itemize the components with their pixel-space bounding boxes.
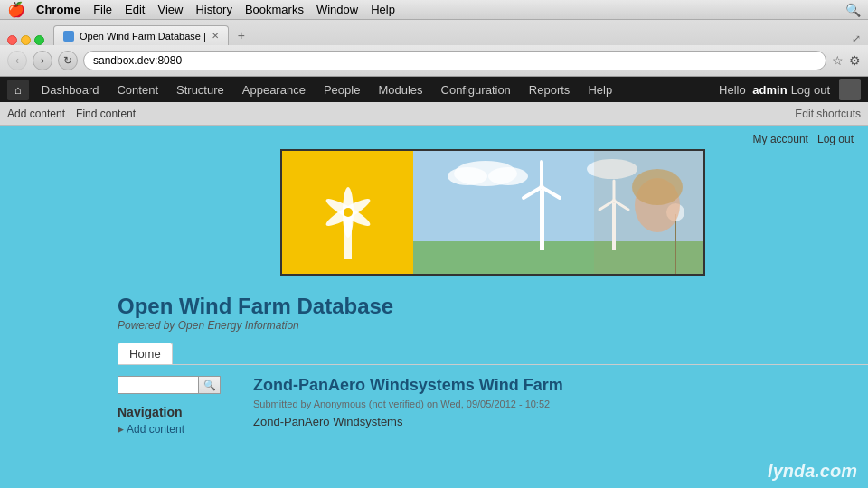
admin-help[interactable]: Help: [579, 80, 621, 100]
mac-menu-chrome[interactable]: Chrome: [36, 3, 80, 16]
my-account-link[interactable]: My account: [753, 133, 808, 145]
admin-home-btn[interactable]: ⌂: [7, 80, 29, 100]
admin-user-icon[interactable]: [839, 79, 861, 100]
nav-tab-bar: Home: [118, 343, 868, 365]
sidebar: 🔍 Navigation Add content: [118, 376, 235, 436]
mac-menu-history[interactable]: History: [195, 3, 231, 16]
lynda-watermark: lynda.com: [768, 461, 857, 482]
banner-photo: [413, 151, 703, 276]
home-tab[interactable]: Home: [118, 343, 173, 364]
mac-menu-file[interactable]: File: [93, 3, 112, 16]
apple-menu[interactable]: 🍎: [7, 1, 25, 18]
mac-menu-window[interactable]: Window: [316, 3, 358, 16]
browser-nav-bar: ‹ › ↻ sandbox.dev:8080 ☆ ⚙: [0, 45, 868, 76]
admin-name[interactable]: admin: [752, 83, 787, 97]
search-box: 🔍: [118, 376, 235, 394]
site-top-links: My account Log out: [0, 126, 868, 149]
site-subtitle: Powered by Open Energy Information: [118, 319, 868, 332]
tab-close-btn[interactable]: ✕: [212, 31, 219, 41]
banner-container: [280, 149, 705, 276]
banner-photo-svg: [413, 151, 703, 276]
site-nav: Home: [0, 335, 868, 365]
address-bar[interactable]: sandbox.dev:8080: [83, 51, 826, 70]
admin-dashboard[interactable]: Dashboard: [33, 80, 108, 100]
mac-menu-view[interactable]: View: [157, 3, 183, 16]
url-text: sandbox.dev:8080: [93, 54, 182, 67]
content-text: Zond-PanAero Windsystems: [253, 415, 868, 428]
content-title: Zond-PanAero Windsystems Wind Farm: [253, 376, 868, 395]
search-input[interactable]: [118, 376, 199, 394]
svg-point-5: [344, 208, 353, 217]
site-title: Open Wind Farm Database: [118, 294, 868, 319]
svg-rect-12: [540, 187, 544, 250]
admin-bar-right: Hello admin Log out: [719, 79, 861, 100]
sidebar-nav-title: Navigation: [118, 405, 235, 419]
site-wrapper: My account Log out: [0, 126, 868, 488]
add-content-nav-link[interactable]: Add content: [118, 423, 235, 436]
mac-search-icon[interactable]: 🔍: [845, 3, 861, 17]
admin-structure[interactable]: Structure: [167, 80, 233, 100]
reload-btn[interactable]: ↻: [58, 51, 78, 70]
bookmark-icon[interactable]: ☆: [832, 53, 844, 68]
log-out-link[interactable]: Log out: [817, 133, 854, 145]
edit-shortcuts-link[interactable]: Edit shortcuts: [795, 108, 861, 120]
main-content: Zond-PanAero Windsystems Wind Farm Submi…: [253, 376, 868, 436]
mac-menubar: 🍎 Chrome File Edit View History Bookmark…: [0, 0, 868, 20]
restore-btn[interactable]: ⤢: [852, 33, 861, 45]
browser-tab-bar: Open Wind Farm Database | ✕ + ⤢: [0, 20, 868, 45]
admin-configuration[interactable]: Configuration: [432, 80, 520, 100]
minimize-window-btn[interactable]: [21, 35, 31, 45]
admin-people[interactable]: People: [315, 80, 369, 100]
tab-title: Open Wind Farm Database |: [80, 31, 206, 42]
content-meta: Submitted by Anonymous (not verified) on…: [253, 399, 868, 409]
site-title-section: Open Wind Farm Database Powered by Open …: [0, 286, 868, 335]
mac-menu-bookmarks[interactable]: Bookmarks: [245, 3, 304, 16]
svg-point-9: [488, 167, 528, 185]
svg-point-8: [448, 167, 487, 185]
mac-menu-help[interactable]: Help: [371, 3, 395, 16]
svg-point-26: [632, 169, 683, 205]
browser-tab[interactable]: Open Wind Farm Database | ✕: [53, 25, 229, 45]
find-content-link[interactable]: Find content: [76, 108, 136, 120]
admin-appearance[interactable]: Appearance: [233, 80, 315, 100]
banner-logo: [282, 151, 413, 276]
mac-menu-items: Chrome File Edit View History Bookmarks …: [36, 3, 395, 16]
tab-favicon: [63, 31, 74, 42]
maximize-window-btn[interactable]: [34, 35, 44, 45]
hello-label: Hello: [719, 83, 749, 97]
toolbar-left: Add content Find content: [7, 108, 136, 120]
close-window-btn[interactable]: [7, 35, 17, 45]
browser-chrome: Open Wind Farm Database | ✕ + ⤢ ‹ › ↻ sa…: [0, 20, 868, 77]
site-header-banner: [0, 149, 868, 276]
windmill-logo-svg: [294, 160, 402, 268]
admin-reports[interactable]: Reports: [520, 80, 580, 100]
forward-btn[interactable]: ›: [33, 51, 52, 70]
drupal-admin-bar: ⌂ Dashboard Content Structure Appearance…: [0, 77, 868, 102]
new-tab-btn[interactable]: +: [231, 25, 252, 45]
settings-icon[interactable]: ⚙: [849, 53, 861, 68]
drupal-toolbar: Add content Find content Edit shortcuts: [0, 102, 868, 126]
search-btn[interactable]: 🔍: [199, 376, 221, 394]
add-content-link[interactable]: Add content: [7, 108, 65, 120]
mac-menu-edit[interactable]: Edit: [125, 3, 145, 16]
site-content-area: 🔍 Navigation Add content Zond-PanAero Wi…: [0, 365, 868, 436]
admin-content[interactable]: Content: [108, 80, 167, 100]
admin-modules[interactable]: Modules: [369, 80, 431, 100]
back-btn[interactable]: ‹: [7, 51, 27, 70]
logout-link[interactable]: Log out: [791, 83, 830, 97]
